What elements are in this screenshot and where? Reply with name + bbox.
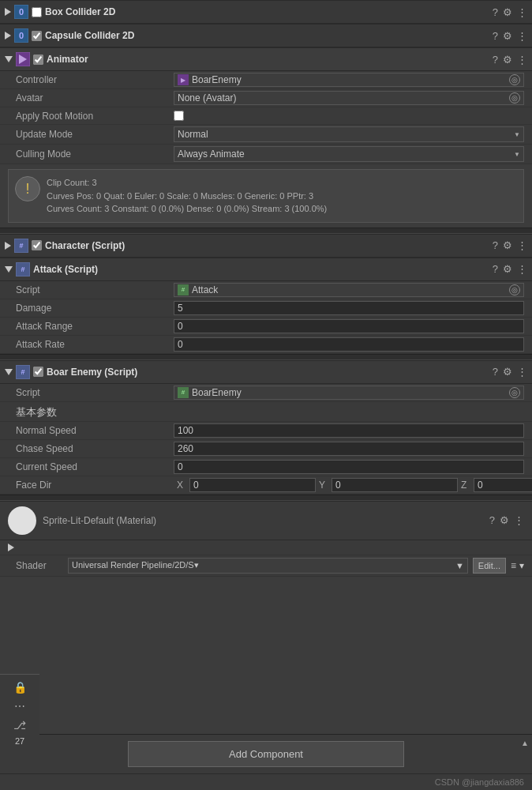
more-icon[interactable]: ⋮ [517, 366, 527, 378]
attack-range-label: Attack Range [16, 321, 174, 332]
attack-script-ref[interactable]: # Attack ◎ [174, 283, 524, 297]
controller-target-icon[interactable]: ◎ [509, 74, 520, 85]
expand-right-icon[interactable]: ▲ [518, 735, 532, 750]
settings-icon[interactable]: ⚙ [503, 54, 512, 66]
bottom-bar: Add Component CSDN @jiangdaxia886 [0, 734, 532, 790]
help-icon[interactable]: ? [493, 30, 498, 42]
help-icon[interactable]: ? [493, 6, 498, 18]
lock-icon[interactable]: 🔒 [12, 679, 28, 695]
expand-arrow[interactable] [5, 56, 13, 62]
dropdown-arrow: ▼ [514, 131, 520, 138]
box-collider-checkbox[interactable] [32, 7, 42, 17]
settings-icon[interactable]: ⚙ [500, 514, 509, 526]
controller-ref-text: BoarEnemy [192, 74, 242, 85]
settings-icon[interactable]: ⚙ [503, 239, 512, 251]
settings-icon[interactable]: ⚙ [503, 366, 512, 378]
controller-ref[interactable]: ▶ BoarEnemy ◎ [174, 73, 524, 87]
attack-script-icon: # [16, 262, 30, 276]
animator-title: Animator [47, 54, 489, 65]
section-divider-3 [0, 495, 532, 501]
avatar-value: None (Avatar) ◎ [174, 91, 524, 105]
capsule-collider-checkbox[interactable] [32, 31, 42, 41]
attack-script-row: Script # Attack ◎ [0, 281, 532, 299]
csdn-text: CSDN @jiangdaxia886 [435, 777, 524, 787]
shader-dropdown-arrow: ▼ [455, 561, 464, 570]
more-icon[interactable]: ⋮ [517, 6, 527, 18]
branch-icon[interactable]: ⎇ [12, 717, 28, 733]
culling-mode-row: Culling Mode Always Animate ▼ [0, 145, 532, 164]
culling-mode-dropdown[interactable]: Always Animate ▼ [174, 146, 524, 162]
attack-script-ref-text: Attack [192, 284, 218, 295]
section-divider-1 [0, 228, 532, 234]
avatar-ref[interactable]: None (Avatar) ◎ [174, 91, 524, 105]
boar-enemy-header[interactable]: # Boar Enemy (Script) ? ⚙ ⋮ [0, 360, 532, 384]
boar-script-value: # BoarEnemy ◎ [174, 386, 524, 400]
expand-arrow[interactable] [5, 266, 13, 273]
material-expand-arrow[interactable] [8, 544, 14, 551]
boar-target-icon[interactable]: ◎ [509, 387, 520, 398]
attack-target-icon[interactable]: ◎ [509, 284, 520, 295]
more-icon[interactable]: ⋮ [517, 30, 527, 42]
box-collider-icon: 0 [14, 5, 28, 19]
shader-dropdown-icon[interactable]: ▾ [519, 560, 524, 571]
capsule-collider-icon: 0 [14, 28, 28, 43]
shader-dropdown[interactable]: Universal Render Pipeline/2D/S▾ ▼ [68, 558, 468, 574]
normal-speed-row: Normal Speed [0, 422, 532, 440]
damage-row: Damage [0, 299, 532, 318]
collapse-arrow[interactable] [5, 8, 11, 16]
attack-rate-row: Attack Rate [0, 336, 532, 354]
face-dir-y-input[interactable] [332, 478, 458, 492]
chase-speed-input[interactable] [174, 442, 524, 456]
curves-pos: Curves Pos: 0 Quat: 0 Euler: 0 Scale: 0 … [47, 190, 327, 203]
more-icon[interactable]: ⋮ [514, 514, 524, 526]
boar-enemy-checkbox[interactable] [33, 367, 43, 377]
help-icon[interactable]: ? [493, 239, 498, 251]
collapse-arrow[interactable] [5, 242, 11, 250]
apply-root-motion-checkbox[interactable] [174, 111, 184, 121]
update-mode-dropdown[interactable]: Normal ▼ [174, 126, 524, 142]
settings-icon[interactable]: ⚙ [503, 30, 512, 42]
help-icon[interactable]: ? [493, 366, 498, 378]
normal-speed-input[interactable] [174, 423, 524, 438]
attack-rate-input[interactable] [174, 337, 524, 352]
curves-count: Curves Count: 3 Constant: 0 (0.0%) Dense… [47, 202, 327, 216]
boar-script-ref[interactable]: # BoarEnemy ◎ [174, 386, 524, 400]
character-script-checkbox[interactable] [32, 240, 42, 250]
current-speed-value [174, 460, 524, 474]
apply-root-motion-value [174, 111, 524, 121]
attack-script-title: Attack (Script) [33, 264, 489, 275]
current-speed-row: Current Speed [0, 458, 532, 476]
attack-script-header[interactable]: # Attack (Script) ? ⚙ ⋮ [0, 258, 532, 281]
animator-checkbox[interactable] [33, 55, 43, 65]
attack-script-value: # Attack ◎ [174, 283, 524, 297]
update-mode-value: Normal ▼ [174, 126, 524, 142]
collapse-arrow[interactable] [5, 32, 11, 40]
avatar-target-icon[interactable]: ◎ [509, 92, 520, 103]
character-script-header[interactable]: # Character (Script) ? ⚙ ⋮ [0, 234, 532, 258]
damage-input[interactable] [174, 301, 524, 315]
shader-edit-button[interactable]: Edit... [473, 558, 506, 574]
avatar-label: Avatar [16, 92, 174, 103]
more-icon[interactable]: ⋮ [517, 239, 527, 251]
animator-header[interactable]: Animator ? ⚙ ⋮ [0, 47, 532, 71]
more-icon[interactable]: ⋮ [517, 263, 527, 275]
help-icon[interactable]: ? [493, 263, 498, 275]
settings-icon[interactable]: ⚙ [503, 263, 512, 275]
face-dir-z-input[interactable] [474, 478, 532, 492]
add-component-button[interactable]: Add Component [128, 741, 404, 767]
help-icon[interactable]: ? [489, 514, 495, 526]
settings-icon[interactable]: ⚙ [503, 6, 512, 18]
box-collider-header[interactable]: 0 Box Collider 2D ? ⚙ ⋮ [0, 0, 532, 24]
menu-dots-icon[interactable]: ⋯ [13, 698, 27, 714]
attack-range-input[interactable] [174, 319, 524, 333]
current-speed-input[interactable] [174, 460, 524, 474]
csdn-footer: CSDN @jiangdaxia886 [0, 773, 532, 790]
capsule-collider-header[interactable]: 0 Capsule Collider 2D ? ⚙ ⋮ [0, 24, 532, 47]
controller-value: ▶ BoarEnemy ◎ [174, 73, 524, 87]
shader-list-icon[interactable]: ≡ [511, 560, 516, 571]
more-icon[interactable]: ⋮ [517, 54, 527, 66]
boar-script-label: Script [16, 387, 174, 398]
help-icon[interactable]: ? [493, 54, 498, 66]
face-dir-x-input[interactable] [189, 478, 316, 492]
expand-arrow[interactable] [5, 369, 13, 375]
